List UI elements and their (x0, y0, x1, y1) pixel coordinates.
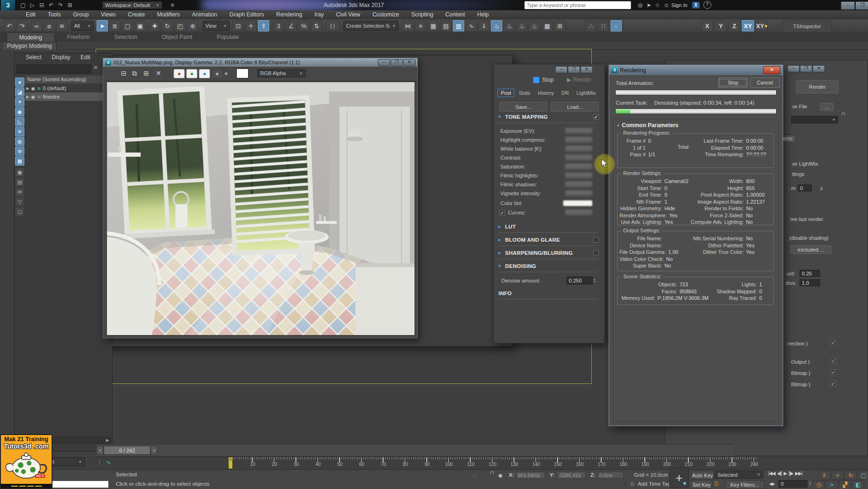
toolbar-icon[interactable]: ≡ (415, 20, 426, 31)
minimize-button[interactable]: – (378, 59, 390, 66)
viewport-nav-icon[interactable]: ▢ (858, 471, 868, 480)
minimize-button[interactable]: – (555, 66, 567, 73)
toolbar-icon[interactable]: ▣ (135, 20, 146, 31)
alpha-channel-button[interactable]: ● (224, 69, 228, 77)
toolbar-icon[interactable]: { } (325, 20, 340, 31)
element-checkbox[interactable]: ✓ (830, 358, 836, 364)
toolbar-icon[interactable]: ≣ (109, 20, 121, 31)
z-coordinate-field[interactable]: 0.0cm (597, 472, 624, 479)
save-file-icon[interactable]: ⊟ (38, 1, 46, 9)
restore-button[interactable]: ❐ (855, 1, 868, 10)
blue-channel-button[interactable]: ● (199, 69, 210, 78)
toolbar-icon[interactable]: ⊕ (187, 20, 198, 31)
rfw-title-bar[interactable]: 3 012_Nuova MultiMap.png, Display Gamma:… (103, 58, 417, 67)
binoculars-icon[interactable]: ◎ (638, 2, 642, 8)
create-key-button[interactable]: + (669, 467, 689, 488)
minimize-button[interactable]: – (841, 1, 855, 10)
save-image-icon[interactable]: ⊟ (121, 69, 127, 77)
gamma-dropdown[interactable]: ▼ (791, 116, 838, 123)
browse-button[interactable]: ... (820, 103, 833, 111)
transport-button[interactable]: ▶▶| (795, 471, 802, 476)
blurred-value-field[interactable] (565, 146, 592, 152)
axis-constraint-button[interactable]: XY (742, 20, 754, 31)
toolbar-icon[interactable]: ⇧ (258, 20, 269, 31)
dialog-cancel-button[interactable]: Cancel (750, 77, 780, 88)
toolbar-icon[interactable]: ♨ (504, 20, 515, 31)
display-filter-icon[interactable]: ✦ (15, 97, 24, 107)
display-filter-icon[interactable]: ⊛ (15, 146, 24, 156)
toolbar-icon[interactable]: ♨ (529, 20, 540, 31)
transport-button[interactable]: ||▶ (789, 471, 793, 476)
transport-button[interactable]: |◀◀ (768, 471, 775, 476)
viewport-nav-icon[interactable]: ◧ (852, 480, 864, 489)
viewport-nav-icon[interactable]: ↻ (845, 471, 857, 480)
time-scrubber[interactable]: < 0 / 242 > (97, 446, 158, 455)
toolbar-icon[interactable]: ≋ (56, 20, 68, 31)
menu-item[interactable]: Scripting (405, 10, 439, 19)
toolbar-icon[interactable]: % (298, 20, 309, 31)
element-checkbox[interactable]: ✓ (830, 340, 836, 345)
y-coordinate-field[interactable]: -5285.415 (557, 472, 586, 479)
explorer-tool-icon[interactable]: ▤ (15, 177, 24, 187)
display-filter-icon[interactable]: ● (15, 77, 24, 87)
display-filter-icon[interactable]: ≋ (15, 127, 24, 136)
blurred-value-field[interactable] (565, 210, 592, 215)
toolbar-icon[interactable]: ▥ (453, 20, 464, 31)
isolate-selection-icon[interactable]: ∷ (473, 473, 476, 479)
toolbar-icon[interactable]: ➤ (97, 20, 108, 31)
menu-item[interactable]: Rendering (270, 10, 308, 19)
element-checkbox[interactable]: ✓ (830, 381, 836, 386)
color-tint-swatch[interactable] (563, 200, 592, 206)
toolbar-icon[interactable]: ♨ (516, 20, 528, 31)
toolbar-icon[interactable]: ◰ (174, 20, 186, 31)
axis-constraint-button[interactable]: XY (755, 20, 768, 31)
search-input[interactable] (525, 1, 634, 9)
transport-button[interactable]: ▶ (784, 471, 787, 476)
toolbar-icon[interactable]: ↻ (162, 20, 173, 31)
toolbar-icon[interactable]: ▩ (542, 20, 553, 31)
save-preset-button[interactable]: Save... (499, 102, 547, 112)
blurred-value-field[interactable] (565, 155, 592, 160)
close-button[interactable]: ✕ (581, 66, 593, 73)
post-tab[interactable]: Post (498, 89, 514, 97)
clear-search-icon[interactable]: ✕ (93, 64, 98, 71)
add-time-tag[interactable]: Add Time Tag (638, 481, 671, 487)
explorer-row[interactable]: ▶ ◉ ≋ 0 (default) (25, 84, 112, 92)
red-channel-button[interactable]: ● (174, 69, 185, 78)
undo-icon[interactable]: ↶ (47, 1, 55, 9)
ribbon-tab[interactable]: Modeling (7, 32, 55, 42)
menu-item[interactable]: Group (67, 10, 95, 19)
menu-item[interactable]: Modifiers (151, 10, 186, 19)
element-checkbox[interactable]: ✓ (830, 369, 836, 375)
display-filter-icon[interactable]: ◪ (15, 87, 24, 97)
toolbar-icon[interactable]: ▢ (122, 20, 133, 31)
workspace-dropdown[interactable]: Workspace: Default▼ (102, 1, 162, 9)
toolbar-icon[interactable]: ▦ (428, 20, 439, 31)
denoise-amount-field[interactable]: 0.250 (566, 276, 593, 284)
ribbon-tab[interactable]: Freeform (55, 32, 102, 42)
tone-mapping-checkbox[interactable]: ✓ (593, 114, 599, 120)
denoising-header[interactable]: ▼ DENOISING (498, 263, 599, 269)
sharpening-checkbox[interactable] (593, 250, 599, 256)
menu-item[interactable]: Help (471, 10, 495, 19)
toolbar-icon[interactable]: ⇅ (311, 20, 322, 31)
ribbon-tab[interactable]: Populate (204, 32, 251, 42)
explorer-menu-item[interactable]: Edit (81, 54, 91, 61)
frame-spinner[interactable]: ▴▾ (809, 481, 811, 486)
lut-header[interactable]: ► LUT (498, 224, 599, 229)
toolbar-icon[interactable]: ▤ (440, 20, 452, 31)
amount-field[interactable]: 0.25 (800, 270, 820, 277)
toolbar-icon[interactable]: 3 (273, 20, 284, 31)
visibility-eye-icon[interactable]: ◉ (31, 94, 35, 99)
explorer-row[interactable]: ▶ ◉ ≋ finestre (25, 92, 112, 101)
post-tab[interactable]: DR (558, 89, 572, 97)
close-button[interactable]: ✕ (813, 65, 825, 72)
viewport-nav-icon[interactable]: ▞ (839, 480, 851, 489)
maximize-button[interactable]: ❐ (568, 66, 580, 73)
tone-mapping-header[interactable]: ▼ TONE MAPPING ✓ (498, 114, 599, 120)
close-button[interactable]: ✕ (403, 59, 415, 66)
toolbar-icon[interactable]: ∿ (466, 20, 477, 31)
menu-item[interactable]: Customize (366, 10, 405, 19)
sign-in-link[interactable]: Sign In (672, 2, 687, 8)
menu-item[interactable]: Create (122, 10, 151, 19)
